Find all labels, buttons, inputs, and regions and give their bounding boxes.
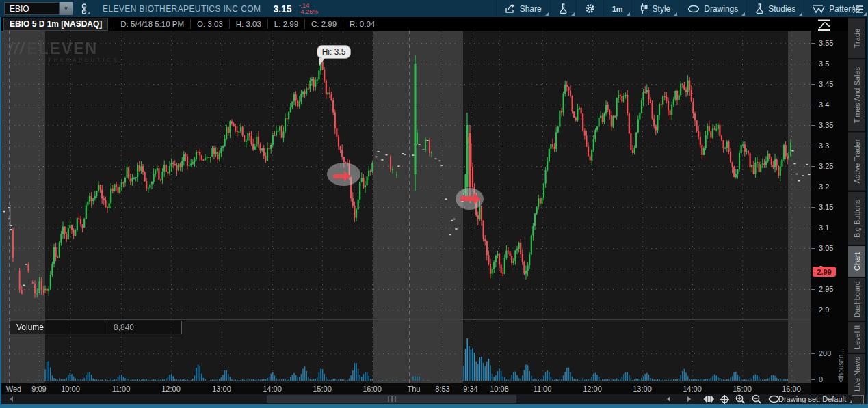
- interval-button[interactable]: 1m: [603, 0, 631, 17]
- sidebar-tab-active-trader[interactable]: Active Trader: [848, 131, 867, 191]
- price-tick-label: 3.2: [819, 182, 829, 191]
- price-tick-label: 3.5: [819, 59, 829, 68]
- drawing-arrow-2-body[interactable]: [460, 196, 474, 201]
- price-tick-label: 3.25: [819, 162, 833, 170]
- time-tick-label: 8:53: [435, 385, 449, 393]
- time-tick-label: 12:00: [583, 385, 602, 393]
- studies-label: Studies: [768, 4, 795, 14]
- symbol-box[interactable]: EBIO ▼: [4, 2, 73, 15]
- scroll-left-arrow[interactable]: [10, 396, 13, 402]
- zoom-out-icon[interactable]: [752, 394, 762, 404]
- time-tick-label: 12:00: [161, 385, 181, 393]
- time-tick-label: 14:00: [263, 385, 282, 393]
- volume-tick-mark: [811, 353, 815, 354]
- price-tick-label: 3.35: [819, 121, 833, 129]
- volume-tick-label: 0: [819, 375, 823, 383]
- high-marker-flag[interactable]: Hi: 3.5: [317, 45, 351, 59]
- price-tick-label: 2.95: [819, 285, 833, 293]
- header-date: D: 5/4/18 5:10 PM: [114, 19, 190, 29]
- time-tick-label: 15:00: [733, 385, 752, 393]
- sidebar-tab-level-ii[interactable]: Level II: [848, 321, 867, 353]
- price-tick-mark: [811, 146, 815, 146]
- last-price-badge: 2.99: [813, 267, 836, 277]
- ellipse-icon: [687, 5, 700, 13]
- time-tick-label: 11:00: [534, 385, 552, 393]
- scrollbar-thumb[interactable]: [267, 395, 516, 403]
- studies-dropdown-corner: [799, 12, 802, 16]
- chart-header-row: EBIO 5 D 1m [NASDAQ] D: 5/4/18 5:10 PM O…: [0, 17, 811, 31]
- price-tick-label: 3.05: [819, 244, 833, 252]
- symbol-input[interactable]: EBIO: [4, 2, 60, 15]
- price-tick-mark: [811, 125, 815, 126]
- header-open: O: 3.03: [190, 19, 229, 29]
- sidebar-tab-big-buttons[interactable]: Big Buttons: [848, 191, 867, 245]
- drawing-set-button[interactable]: Drawing set: Default: [778, 394, 852, 404]
- pan-icon[interactable]: [703, 395, 714, 403]
- chart-curve-icon[interactable]: [816, 18, 832, 34]
- page-left-arrow[interactable]: [667, 396, 670, 402]
- price-tick-mark: [811, 289, 815, 290]
- settings-button[interactable]: [576, 0, 603, 17]
- interval-label: 1m: [612, 5, 623, 13]
- studies-button[interactable]: Studies: [746, 0, 804, 17]
- time-tick-label: 16:00: [363, 385, 382, 393]
- price-tick-mark: [811, 187, 815, 187]
- panel-toggle-button[interactable]: [852, 395, 864, 405]
- drawing-arrow-2-head: [474, 193, 481, 204]
- status-bar: Drawing set: Default: [0, 394, 868, 404]
- high-marker-tail: [319, 58, 325, 66]
- time-tick-label: 9:09: [31, 385, 46, 393]
- price-tick-mark: [811, 166, 815, 167]
- volume-tick-label: 200: [819, 349, 831, 357]
- sidebar-tab-trade[interactable]: Trade: [848, 17, 867, 58]
- price-tick-mark: [811, 228, 815, 228]
- drawing-arrow-1-body[interactable]: [333, 174, 344, 178]
- price-tick-label: 3.15: [819, 203, 833, 211]
- toolbar-menu-button[interactable]: [850, 3, 865, 16]
- time-tick-label: Wed: [6, 385, 21, 393]
- toolbar-button-group: Share 1m Style: [496, 0, 868, 17]
- volume-unit-label: <thousan...: [837, 327, 845, 383]
- header-range: R: 0.04: [343, 19, 381, 29]
- symbol-dropdown-button[interactable]: ▼: [60, 2, 73, 15]
- chart-tool-icons: [703, 394, 780, 404]
- price-tick-mark: [811, 105, 815, 105]
- crosshair-icon[interactable]: [720, 395, 729, 404]
- volume-tick-mark: [811, 379, 815, 380]
- candle-style-icon: [640, 3, 648, 14]
- time-tick-label: 13:00: [212, 385, 231, 393]
- interval-dropdown-corner: [627, 12, 630, 16]
- drawings-label: Drawings: [704, 4, 738, 14]
- window-bottom-edge: [0, 404, 868, 408]
- link-dropdown-corner: [87, 11, 90, 14]
- volume-study-header[interactable]: Volume 8,840: [10, 321, 182, 334]
- drawings-button[interactable]: Drawings: [679, 0, 746, 17]
- share-button[interactable]: Share: [496, 0, 550, 17]
- company-name: ELEVEN BIOTHERAPEUTICS INC COM: [103, 4, 261, 14]
- time-tick-label: Thu: [408, 385, 421, 393]
- sidebar-tab-live-news[interactable]: Live News: [848, 353, 867, 395]
- sidebar-tab-chart[interactable]: Chart: [848, 245, 867, 277]
- quick-study-button[interactable]: [550, 0, 576, 17]
- sidebar-tab-dashboard[interactable]: Dashboard: [848, 277, 867, 321]
- link-button[interactable]: [77, 1, 92, 16]
- gadget-sidebar: TradeTimes And SalesActive TraderBig But…: [848, 17, 867, 395]
- header-close: C: 2.99: [304, 19, 343, 29]
- page-right-arrow[interactable]: [687, 396, 691, 402]
- time-tick-label: 15:00: [313, 385, 332, 393]
- time-tick-label: 13:00: [633, 385, 652, 393]
- time-axis[interactable]: Wed9:0910:0011:0012:0013:0014:0015:0016:…: [0, 383, 811, 395]
- chart-title[interactable]: EBIO 5 D 1m [NASDAQ]: [3, 18, 108, 31]
- style-button[interactable]: Style: [631, 0, 679, 17]
- price-tick-label: 3.55: [819, 39, 833, 47]
- price-tick-label: 3.4: [819, 100, 829, 109]
- patterns-icon: [813, 4, 825, 14]
- share-label: Share: [520, 4, 542, 14]
- time-tick-label: 11:00: [112, 385, 131, 393]
- price-tick-mark: [811, 207, 815, 208]
- price-tick-mark: [811, 43, 815, 44]
- sidebar-tab-times-and-sales[interactable]: Times And Sales: [848, 58, 867, 131]
- window-left-edge: [0, 17, 1, 404]
- zoom-in-icon[interactable]: [735, 394, 746, 404]
- scrollbar-grip: [388, 396, 396, 402]
